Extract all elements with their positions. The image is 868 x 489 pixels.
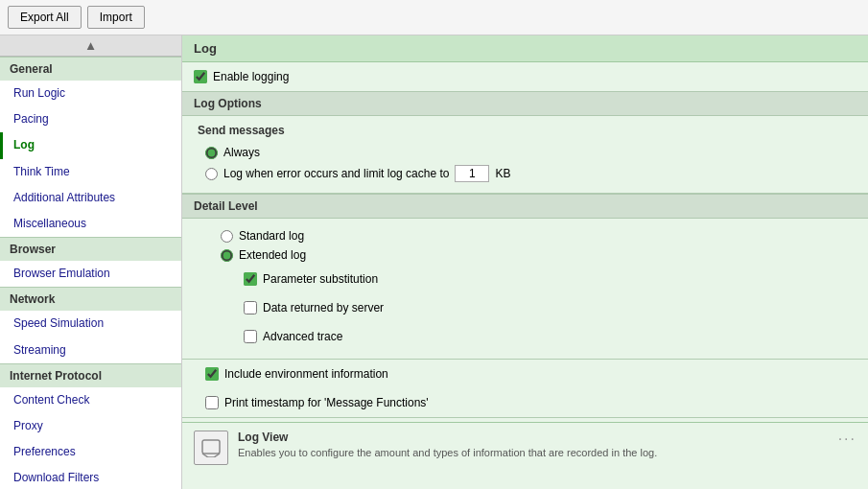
standard-log-label[interactable]: Standard log [239, 229, 304, 243]
log-view-title: Log View [238, 431, 657, 444]
sidebar-item-log[interactable]: Log [0, 132, 181, 158]
radio-error-row: Log when error occurs and limit log cach… [198, 162, 853, 185]
data-returned-label[interactable]: Data returned by server [263, 301, 384, 314]
log-view-panel: Log View Enables you to configure the am… [182, 422, 868, 473]
kb-unit-label: KB [495, 167, 510, 180]
log-view-text: Log View Enables you to configure the am… [238, 431, 657, 458]
sidebar-item-browser-emulation[interactable]: Browser Emulation [0, 261, 181, 287]
extended-log-row: Extended log [198, 245, 853, 265]
import-button[interactable]: Import [87, 6, 145, 29]
enable-logging-checkbox[interactable] [194, 70, 207, 83]
sidebar-item-content-check[interactable]: Content Check [0, 387, 181, 413]
sidebar-item-think-time[interactable]: Think Time [0, 159, 181, 185]
advanced-trace-label[interactable]: Advanced trace [263, 330, 342, 343]
radio-error-label[interactable]: Log when error occurs and limit log cach… [223, 167, 449, 180]
radio-always-label[interactable]: Always [223, 146, 260, 159]
param-sub-label[interactable]: Parameter substitution [263, 272, 378, 286]
kb-value-input[interactable] [455, 165, 489, 182]
content-area: Log Enable logging Log Options Send mess… [182, 35, 868, 489]
page-title: Log [182, 35, 868, 62]
sidebar-item-preferences[interactable]: Preferences [0, 439, 181, 465]
extended-log-label[interactable]: Extended log [239, 248, 306, 262]
advanced-trace-row: Advanced trace [198, 322, 853, 351]
send-messages-section: Send messages Always Log when error occu… [182, 116, 868, 193]
include-env-label[interactable]: Include environment information [224, 367, 388, 381]
sidebar-scroll-up[interactable]: ▲ [0, 35, 181, 57]
export-all-button[interactable]: Export All [8, 6, 82, 29]
enable-logging-label[interactable]: Enable logging [213, 70, 289, 83]
sidebar-item-streaming[interactable]: Streaming [0, 338, 181, 363]
sidebar: ▲ General Run Logic Pacing Log Think Tim… [0, 35, 182, 489]
sidebar-section-internet-protocol: Internet Protocol [0, 363, 181, 387]
sidebar-section-browser: Browser [0, 237, 181, 261]
radio-standard-log[interactable] [221, 230, 233, 243]
param-sub-checkbox[interactable] [244, 272, 257, 286]
param-sub-row: Parameter substitution [198, 265, 853, 293]
standard-log-row: Standard log [198, 226, 853, 245]
sidebar-item-download-filters[interactable]: Download Filters [0, 465, 181, 489]
radio-always-row: Always [198, 143, 853, 162]
sidebar-section-general: General [0, 57, 181, 81]
sidebar-item-run-logic[interactable]: Run Logic [0, 81, 181, 106]
send-messages-label: Send messages [198, 124, 853, 137]
radio-always[interactable] [205, 147, 218, 159]
sidebar-item-pacing[interactable]: Pacing [0, 106, 181, 132]
radio-error[interactable] [205, 168, 218, 180]
include-env-row: Include environment information [182, 360, 868, 388]
print-timestamp-checkbox[interactable] [205, 396, 219, 409]
log-view-dots: ··· [838, 431, 856, 448]
toolbar: Export All Import [0, 0, 868, 35]
sidebar-item-proxy[interactable]: Proxy [0, 413, 181, 439]
data-returned-row: Data returned by server [198, 293, 853, 322]
print-timestamp-row: Print timestamp for 'Message Functions' [182, 388, 868, 417]
advanced-trace-checkbox[interactable] [244, 330, 257, 343]
log-options-header: Log Options [182, 91, 868, 116]
log-view-description: Enables you to configure the amount and … [238, 447, 657, 458]
data-returned-checkbox[interactable] [244, 301, 257, 314]
sidebar-item-speed-simulation[interactable]: Speed Simulation [0, 311, 181, 337]
sidebar-section-network: Network [0, 287, 181, 311]
log-view-icon [194, 431, 228, 465]
print-timestamp-label[interactable]: Print timestamp for 'Message Functions' [224, 396, 429, 409]
detail-level-section: Standard log Extended log Parameter subs… [182, 219, 868, 359]
sidebar-item-additional-attributes[interactable]: Additional Attributes [0, 185, 181, 211]
include-env-checkbox[interactable] [205, 367, 219, 381]
enable-logging-row: Enable logging [182, 62, 868, 91]
radio-extended-log[interactable] [221, 249, 233, 262]
svg-rect-0 [202, 440, 220, 454]
detail-level-header: Detail Level [182, 194, 868, 219]
main-layout: ▲ General Run Logic Pacing Log Think Tim… [0, 35, 868, 489]
sidebar-item-miscellaneous[interactable]: Miscellaneous [0, 211, 181, 237]
